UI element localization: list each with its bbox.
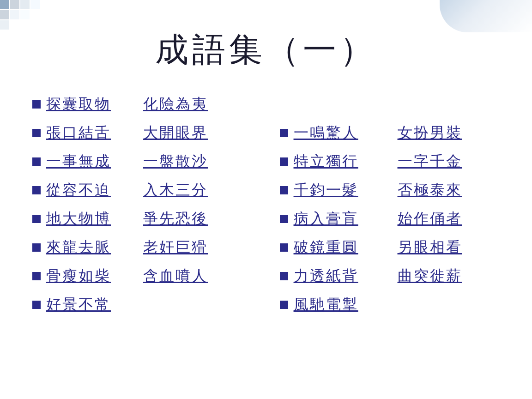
svg-rect-0	[0, 0, 9, 9]
left-row-1: 探囊取物 化險為夷	[32, 91, 271, 118]
idiom-女扮男裝[interactable]: 女扮男裝	[398, 123, 462, 143]
right-row-8: 風馳電掣	[280, 291, 509, 319]
svg-rect-3	[0, 10, 9, 19]
svg-rect-5	[0, 20, 9, 30]
right-row-6: 破鏡重圓 另眼相看	[280, 234, 509, 261]
idiom-一鳴驚人[interactable]: 一鳴驚人	[294, 123, 375, 143]
right-row-4: 千鈞一髮 否極泰來	[280, 176, 509, 204]
bullet-6	[32, 243, 41, 252]
idiom-含血噴人[interactable]: 含血噴人	[143, 266, 208, 286]
right-panel: 一鳴驚人 女扮男裝 特立獨行 一字千金 千鈞一髮 否極泰來 病入膏肓 始作俑者 …	[280, 91, 509, 319]
right-row-1-empty	[280, 91, 509, 118]
idiom-來龍去脈[interactable]: 來龍去脈	[46, 237, 125, 258]
main-content: 探囊取物 化險為夷 張口結舌 大開眼界 一事無成 一盤散沙 從容不迫 入木三分 …	[0, 86, 532, 323]
idiom-曲突徙薪[interactable]: 曲突徙薪	[398, 266, 462, 286]
bullet-5	[32, 215, 41, 223]
right-bullet-4	[280, 186, 288, 194]
bullet-8	[32, 301, 41, 309]
idiom-骨瘦如柴[interactable]: 骨瘦如柴	[46, 266, 125, 286]
left-row-3: 一事無成 一盤散沙	[32, 148, 271, 175]
idiom-否極泰來[interactable]: 否極泰來	[398, 180, 462, 200]
right-bullet-6	[280, 243, 288, 252]
idiom-地大物博[interactable]: 地大物博	[46, 209, 125, 229]
idiom-風馳電掣[interactable]: 風馳電掣	[294, 295, 375, 315]
right-row-2: 一鳴驚人 女扮男裝	[280, 119, 509, 147]
svg-rect-1	[10, 0, 19, 9]
idiom-力透紙背[interactable]: 力透紙背	[294, 266, 375, 286]
right-bullet-7	[280, 272, 288, 280]
left-row-6: 來龍去脈 老奸巨猾	[32, 234, 271, 261]
idiom-老奸巨猾[interactable]: 老奸巨猾	[143, 237, 208, 258]
svg-rect-6	[30, 0, 40, 9]
right-bullet-5	[280, 215, 288, 223]
svg-rect-2	[20, 0, 30, 9]
idiom-特立獨行[interactable]: 特立獨行	[294, 151, 375, 172]
right-row-3: 特立獨行 一字千金	[280, 148, 509, 175]
idiom-探囊取物[interactable]: 探囊取物	[46, 94, 125, 115]
idiom-千鈞一髮[interactable]: 千鈞一髮	[294, 180, 375, 200]
bullet-7	[32, 272, 41, 280]
idiom-破鏡重圓[interactable]: 破鏡重圓	[294, 237, 375, 258]
svg-rect-4	[10, 10, 19, 19]
idiom-始作俑者[interactable]: 始作俑者	[398, 209, 462, 229]
idiom-從容不迫[interactable]: 從容不迫	[46, 180, 125, 200]
left-panel: 探囊取物 化險為夷 張口結舌 大開眼界 一事無成 一盤散沙 從容不迫 入木三分 …	[32, 91, 271, 319]
bullet-3	[32, 157, 41, 166]
right-row-5: 病入膏肓 始作俑者	[280, 205, 509, 233]
corner-decoration-topleft	[0, 0, 55, 37]
left-row-4: 從容不迫 入木三分	[32, 176, 271, 204]
bullet-1	[32, 100, 41, 109]
idiom-病入膏肓[interactable]: 病入膏肓	[294, 209, 375, 229]
idiom-一盤散沙[interactable]: 一盤散沙	[143, 151, 208, 172]
idiom-大開眼界[interactable]: 大開眼界	[143, 123, 208, 143]
left-row-2: 張口結舌 大開眼界	[32, 119, 271, 147]
right-row-7: 力透紙背 曲突徙薪	[280, 262, 509, 290]
idiom-一字千金[interactable]: 一字千金	[398, 151, 462, 172]
idiom-入木三分[interactable]: 入木三分	[143, 180, 208, 200]
corner-decoration-topright	[440, 0, 532, 32]
left-row-7: 骨瘦如柴 含血噴人	[32, 262, 271, 290]
idiom-另眼相看[interactable]: 另眼相看	[398, 237, 462, 258]
idiom-好景不常[interactable]: 好景不常	[46, 295, 125, 315]
bullet-4	[32, 186, 41, 194]
left-row-8: 好景不常	[32, 291, 271, 319]
svg-rect-7	[20, 10, 30, 19]
idiom-爭先恐後[interactable]: 爭先恐後	[143, 209, 208, 229]
left-row-5: 地大物博 爭先恐後	[32, 205, 271, 233]
right-bullet-3	[280, 157, 288, 166]
right-bullet-2	[280, 129, 288, 137]
idiom-一事無成[interactable]: 一事無成	[46, 151, 125, 172]
bullet-2	[32, 129, 41, 137]
right-bullet-8	[280, 301, 288, 309]
idiom-張口結舌[interactable]: 張口結舌	[46, 123, 125, 143]
idiom-化險為夷[interactable]: 化險為夷	[143, 94, 208, 115]
